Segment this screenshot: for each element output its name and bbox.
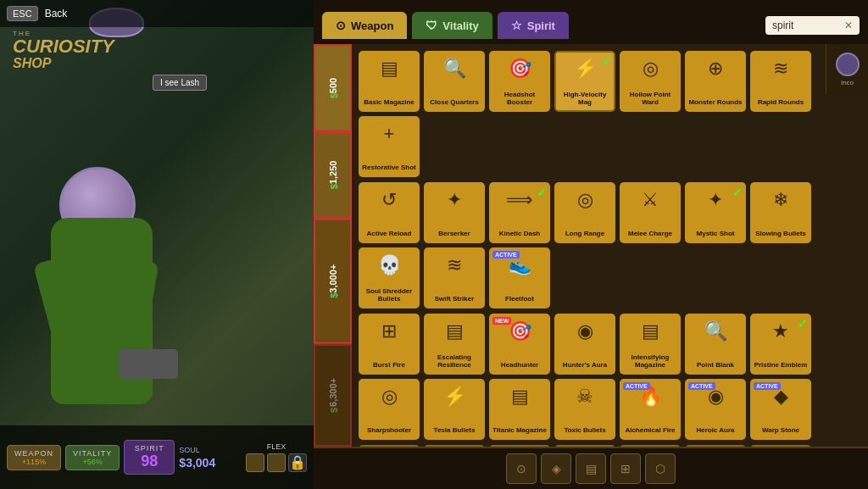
weapon-tab-icon: ⊙ bbox=[336, 19, 346, 32]
item-card[interactable]: ✦Berserker bbox=[424, 182, 485, 243]
item-card[interactable]: ACTIVE◉Heroic Aura bbox=[685, 379, 746, 440]
item-card[interactable]: ✓⟹Kinetic Dash bbox=[489, 182, 550, 243]
soul-label: SOUL bbox=[179, 446, 215, 454]
item-card[interactable]: ≋Rapid Rounds bbox=[750, 51, 811, 112]
item-name-label: Sharpshooter bbox=[365, 427, 413, 435]
item-card[interactable]: NEW🎯Headhunter bbox=[489, 314, 550, 375]
item-name-label: Pristine Emblem bbox=[753, 362, 810, 370]
weapon-stat-box: WEAPON +115% bbox=[7, 445, 61, 470]
item-icon: ☠ bbox=[576, 386, 593, 408]
item-card[interactable]: ✓★Pristine Emblem bbox=[750, 314, 811, 375]
item-card[interactable]: ❄Slowing Bullets bbox=[750, 182, 811, 243]
item-card[interactable]: ↩Ricochet bbox=[620, 445, 681, 447]
item-check-icon: ✓ bbox=[602, 54, 612, 68]
item-card[interactable]: 🔍Point Blank bbox=[685, 314, 746, 375]
tab-spirit[interactable]: ☆ Spirit bbox=[498, 12, 569, 39]
character-body bbox=[42, 184, 161, 421]
item-card[interactable]: 🎯Crippling Headshot bbox=[359, 445, 420, 447]
weapon-tab-label: Weapon bbox=[351, 19, 393, 32]
item-card[interactable]: 💀Soul Shredder Bullets bbox=[359, 247, 420, 308]
search-input[interactable] bbox=[772, 19, 840, 31]
item-name-label: Warp Stone bbox=[760, 427, 801, 435]
esc-button[interactable]: ESC bbox=[7, 6, 38, 21]
vitality-stat-label: VITALITY bbox=[73, 449, 112, 458]
shop-logo: THE CURIOSITY SHOP bbox=[13, 30, 114, 71]
bottom-icon-5[interactable]: ⬡ bbox=[645, 453, 676, 484]
tab-weapon[interactable]: ⊙ Weapon bbox=[322, 12, 407, 39]
item-card[interactable]: ≋Swift Striker bbox=[424, 247, 485, 308]
item-card[interactable]: ◎Glass Cannon bbox=[489, 445, 550, 447]
search-clear-button[interactable]: ✕ bbox=[844, 19, 853, 31]
item-card[interactable]: ★Lucky Shot bbox=[554, 445, 615, 447]
price-tier-500: $ 500 bbox=[314, 44, 352, 131]
flex-icon-1[interactable] bbox=[246, 453, 264, 472]
search-bar: ✕ bbox=[765, 16, 860, 35]
item-icon: ⊞ bbox=[381, 320, 397, 342]
item-card[interactable]: ▤Basic Magazine bbox=[359, 51, 420, 112]
item-icon: ◎ bbox=[381, 386, 398, 408]
item-check-icon: ✓ bbox=[732, 186, 743, 199]
flex-icon-2[interactable] bbox=[267, 453, 286, 472]
item-card[interactable]: ↺Active Reload bbox=[359, 182, 420, 243]
item-name-label: Point Blank bbox=[695, 362, 736, 370]
bottom-icon-2[interactable]: ◈ bbox=[541, 453, 571, 484]
inco-avatar bbox=[836, 53, 860, 76]
flex-icons: 🔒 bbox=[246, 453, 307, 472]
item-name-label: Melee Charge bbox=[626, 231, 674, 238]
item-card[interactable]: ⊕Monster Rounds bbox=[685, 51, 746, 112]
item-card[interactable]: ✓✦Mystic Shot bbox=[685, 182, 746, 243]
item-card[interactable]: ⚔Melee Charge bbox=[620, 182, 681, 243]
item-icon: + bbox=[384, 123, 395, 145]
back-label[interactable]: Back bbox=[45, 8, 68, 19]
item-card[interactable]: ▤Intensifying Magazine bbox=[620, 314, 681, 375]
loot-lash-button[interactable]: I see Lash bbox=[153, 75, 207, 91]
item-card[interactable]: ✓⚡High-Velocity Mag bbox=[554, 51, 615, 112]
item-icon: 🎯 bbox=[509, 320, 531, 342]
left-panel: ESC Back THE CURIOSITY SHOP I see Lash W… bbox=[0, 0, 314, 489]
item-card[interactable]: ⚡Tesla Bullets bbox=[424, 379, 485, 440]
item-card[interactable]: ▤Escalating Resilience bbox=[424, 314, 485, 375]
item-card[interactable]: ◈Spiritual Overflow bbox=[750, 445, 811, 447]
item-icon: ≋ bbox=[773, 58, 788, 80]
bottom-icon-3[interactable]: ▤ bbox=[576, 453, 606, 484]
item-icon: ◆ bbox=[774, 386, 788, 408]
item-card[interactable]: ▤Titanic Magazine bbox=[489, 379, 550, 440]
item-card[interactable]: ACTIVE👟Fleetfoot bbox=[489, 247, 550, 308]
item-icon: ✦ bbox=[708, 189, 723, 211]
weapon-stat-bonus: +115% bbox=[22, 458, 46, 466]
item-name-label: Restorative Shot bbox=[360, 164, 418, 172]
soul-bar: SOUL $3,004 bbox=[179, 446, 215, 470]
item-card[interactable]: ⊞Burst Fire bbox=[359, 314, 420, 375]
item-name-label: Escalating Resilience bbox=[426, 354, 483, 370]
item-card[interactable]: ◎Sharpshooter bbox=[359, 379, 420, 440]
tab-vitality[interactable]: 🛡 Vitality bbox=[412, 12, 492, 39]
spirit-stat-box: SPIRIT 98 bbox=[124, 440, 175, 475]
bottom-icon-1[interactable]: ⊙ bbox=[506, 453, 537, 484]
weapon-stat-label: WEAPON bbox=[14, 449, 53, 458]
item-name-label: Hollow Point Ward bbox=[621, 92, 679, 107]
item-icon: 💀 bbox=[378, 254, 401, 276]
item-card[interactable]: ✦Frenzy bbox=[424, 445, 485, 447]
spirit-tab-icon: ☆ bbox=[511, 19, 522, 32]
item-card[interactable]: ◎Hollow Point Ward bbox=[620, 51, 681, 112]
item-icon: 🎯 bbox=[509, 58, 531, 80]
item-name-label: Slowing Bullets bbox=[754, 231, 808, 238]
character-display bbox=[17, 150, 186, 421]
item-card[interactable]: ☠Toxic Bullets bbox=[554, 379, 615, 440]
shop-content: $ 500 $ 1,250 $ 3,000+ $ 6,300+ ▤Basic M… bbox=[314, 44, 868, 447]
item-card[interactable]: ◉Hunter's Aura bbox=[554, 314, 615, 375]
item-check-icon: ✓ bbox=[798, 317, 808, 331]
item-card[interactable]: +Restorative Shot bbox=[359, 116, 420, 177]
item-card[interactable]: ⊕Siphon Bullets bbox=[685, 445, 746, 447]
item-name-label: Mystic Shot bbox=[695, 231, 737, 238]
item-card[interactable]: 🔍Close Quarters bbox=[424, 51, 485, 112]
item-name-label: Basic Magazine bbox=[362, 99, 416, 107]
item-card[interactable]: ACTIVE◆Warp Stone bbox=[750, 379, 811, 440]
bottom-icon-4[interactable]: ⊞ bbox=[610, 453, 641, 484]
item-icon: ✦ bbox=[447, 189, 462, 211]
item-card[interactable]: ◎Long Range bbox=[554, 182, 615, 243]
tier-1250-value: 1,250 bbox=[328, 161, 338, 185]
item-card[interactable]: ACTIVE🔥Alchemical Fire bbox=[620, 379, 681, 440]
item-card[interactable]: 🎯Headshot Booster bbox=[489, 51, 550, 112]
flex-label: FLEX bbox=[267, 442, 287, 451]
